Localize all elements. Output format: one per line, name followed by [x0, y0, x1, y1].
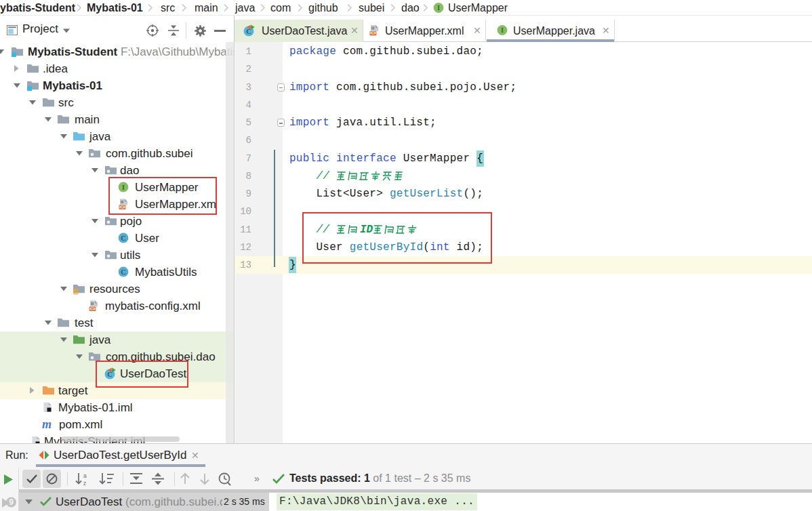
svg-text:I: I	[501, 26, 504, 34]
svg-text:z: z	[83, 480, 86, 486]
svg-text:C: C	[121, 234, 126, 242]
svg-text:m: m	[42, 419, 52, 430]
svg-text:I: I	[437, 4, 440, 12]
svg-text:9: 9	[9, 497, 14, 507]
svg-text:<>: <>	[89, 306, 96, 312]
svg-text:C: C	[246, 28, 251, 35]
svg-text:C: C	[121, 268, 126, 276]
svg-text:<>: <>	[370, 30, 377, 36]
svg-text:a: a	[83, 472, 87, 479]
